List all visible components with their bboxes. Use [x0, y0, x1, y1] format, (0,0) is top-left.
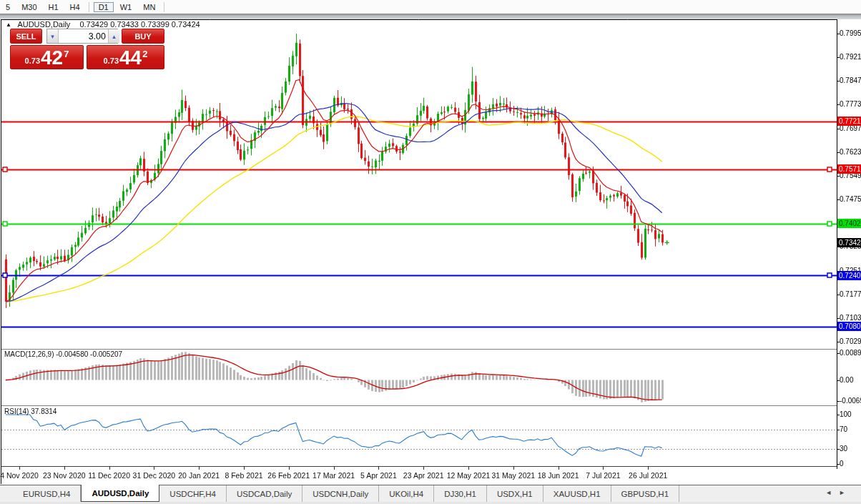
volume-increase-button[interactable]: ▴: [108, 29, 119, 43]
date-axis-label: 12 May 2021: [447, 471, 491, 480]
macd-indicator-label: MACD(12,26,9) -0.004580 -0.005207: [4, 350, 122, 358]
date-axis-label: 4 Nov 2020: [0, 471, 39, 480]
hline-price-label: 0.75712: [837, 164, 861, 174]
timeframe-button-m30[interactable]: M30: [16, 2, 41, 12]
hline-price-label: 0.70807: [837, 322, 861, 331]
hline-price-label: 0.72402: [837, 271, 861, 280]
volume-decrease-button[interactable]: ▾: [47, 29, 59, 43]
buy-price-prefix: 0.73: [104, 56, 119, 65]
price-axis-tick: 0.74750: [840, 195, 861, 203]
price-axis-tick: 0.78470: [840, 76, 861, 84]
tab-eurusd-h4[interactable]: EURUSD,H4: [13, 485, 81, 502]
one-click-trading-panel: SELL ▾ ▴ BUY 0.73427 0.73442: [10, 29, 164, 69]
price-axis-tick: 0.71770: [840, 290, 861, 298]
current-price-label: 0.73424: [837, 238, 861, 247]
rsi-axis-tick: 0: [840, 460, 844, 468]
chart-symbol-period: AUDUSD,Daily: [17, 20, 70, 29]
macd-axis-tick: 0.00: [840, 376, 853, 384]
tab-ukoil-h4[interactable]: UKOil,H4: [379, 485, 434, 502]
tab-xauusd-h1[interactable]: XAUUSD,H1: [543, 485, 611, 502]
macd-name: MACD(12,26,9): [4, 350, 54, 358]
toolbar-separator: [164, 2, 165, 12]
date-axis-label: 11 Dec 2020: [88, 471, 130, 480]
date-axis-label: 18 Jun 2021: [538, 471, 579, 480]
tab-usdchf-h4[interactable]: USDCHF,H4: [159, 485, 227, 502]
trading-platform-window: 5M30H1H4D1W1MN ▲ AUDUSD,Daily 0.73429 0.…: [0, 0, 861, 504]
timeframe-button-h4[interactable]: H4: [65, 2, 85, 12]
window-divider: [0, 14, 861, 19]
timeframe-button-h1[interactable]: H1: [44, 2, 64, 12]
date-axis-label: 26 Jul 2021: [629, 471, 667, 480]
macd-values: -0.004580 -0.005207: [56, 350, 122, 358]
timeframe-button-w1[interactable]: W1: [115, 2, 137, 12]
timeframe-button-mn[interactable]: MN: [138, 2, 160, 12]
macd-axis-tick: 0.00890: [840, 349, 861, 357]
price-axis-tick: 0.71030: [840, 314, 861, 322]
macd-axis-tick: -0.00697: [840, 397, 861, 405]
date-axis-label: 26 Feb 2021: [267, 471, 310, 480]
volume-input[interactable]: [59, 29, 108, 43]
timeframe-toolbar: 5M30H1H4D1W1MN: [0, 0, 861, 14]
rsi-axis-tick: 100: [840, 410, 852, 418]
toolbar-separator: [89, 2, 90, 12]
timeframe-button-d1[interactable]: D1: [94, 2, 114, 12]
rsi-name: RSI(14): [4, 407, 29, 415]
tab-usdx-h1[interactable]: USDX,H1: [487, 485, 543, 502]
date-axis-label: 20 Jan 2021: [178, 471, 220, 480]
tab-usdcad-daily[interactable]: USDCAD,Daily: [227, 485, 302, 502]
date-axis-label: 23 Nov 2020: [43, 471, 86, 480]
tab-dj30-h1[interactable]: DJ30,H1: [434, 485, 487, 502]
hline-price-label: 0.74022: [837, 219, 861, 228]
sell-price-box[interactable]: 0.73427: [10, 45, 84, 69]
tab-scroll-left-icon[interactable]: ◄: [825, 489, 839, 496]
tab-gbpusd-h1[interactable]: GBPUSD,H1: [611, 485, 679, 502]
sell-price-pip: 7: [64, 49, 69, 59]
buy-price-pip: 2: [142, 49, 147, 59]
price-axis-tick: 0.79950: [840, 29, 861, 37]
date-axis-label: 23 Apr 2021: [403, 471, 444, 480]
date-axis-label: 8 Feb 2021: [225, 471, 262, 480]
hline-price-label: 0.77212: [837, 117, 861, 126]
chart-ohlc-values: 0.73429 0.73433 0.73399 0.73424: [79, 20, 200, 29]
buy-price-main: 44: [119, 48, 142, 68]
price-axis-tick: 0.70290: [840, 337, 861, 345]
rsi-value: 37.8314: [31, 407, 56, 415]
tab-scroll-arrows[interactable]: ◄►: [825, 489, 852, 496]
buy-price-box[interactable]: 0.73442: [87, 45, 164, 69]
tab-usdcnh-daily[interactable]: USDCNH,Daily: [302, 485, 379, 502]
symbol-tab-bar: EURUSD,H4AUDUSD,DailyUSDCHF,H4USDCAD,Dai…: [0, 485, 861, 502]
tab-scroll-right-icon[interactable]: ►: [839, 489, 852, 496]
date-axis-label: 31 May 2021: [491, 471, 535, 480]
rsi-indicator-label: RSI(14) 37.8314: [4, 407, 56, 415]
tabbar-spacer: [0, 485, 13, 502]
price-axis-tick: 0.79210: [840, 53, 861, 61]
date-axis-label: 7 Jul 2021: [586, 471, 620, 480]
date-axis-label: 31 Dec 2020: [133, 471, 176, 480]
date-axis-label: 5 Apr 2021: [360, 471, 397, 480]
tab-audusd-daily[interactable]: AUDUSD,Daily: [81, 485, 159, 502]
timeframe-button-5[interactable]: 5: [1, 2, 15, 12]
chart-title: ▲ AUDUSD,Daily 0.73429 0.73433 0.73399 0…: [6, 20, 200, 29]
date-axis-label: 17 Mar 2021: [313, 471, 355, 480]
sell-price-prefix: 0.73: [25, 56, 40, 65]
buy-button[interactable]: BUY: [122, 29, 164, 44]
sell-price-main: 42: [41, 48, 63, 68]
price-axis-tick: 0.77730: [840, 100, 861, 108]
price-axis-tick: 0.76230: [840, 148, 861, 156]
chart-canvas[interactable]: [0, 0, 861, 504]
collapse-panel-icon[interactable]: ▲: [6, 21, 11, 28]
rsi-axis-tick: 30: [840, 445, 847, 453]
sell-button[interactable]: SELL: [10, 29, 42, 44]
volume-group: ▾ ▴: [46, 29, 118, 44]
rsi-axis-tick: 70: [840, 425, 847, 433]
